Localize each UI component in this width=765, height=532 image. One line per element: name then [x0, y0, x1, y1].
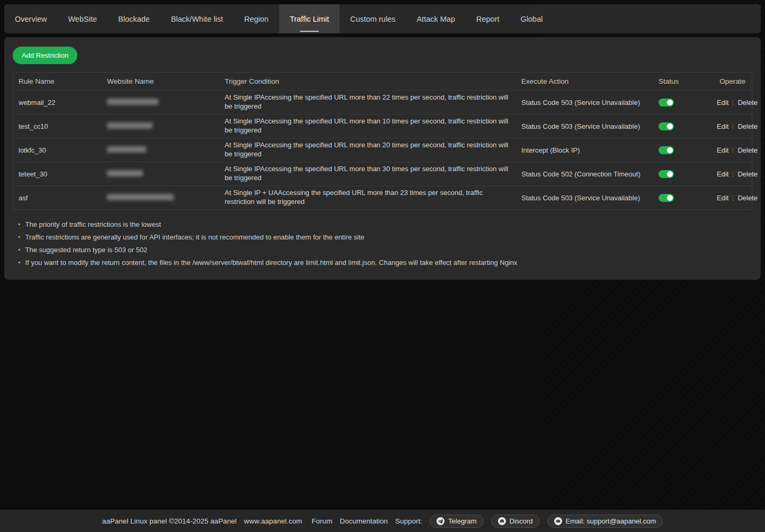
forum-link[interactable]: Forum [312, 517, 332, 525]
trigger-condition: At Single IP + UAAccessing the specified… [219, 187, 516, 209]
toggle-knob [667, 123, 673, 129]
header-status: Status [653, 75, 711, 87]
tab-global[interactable]: Global [510, 4, 554, 33]
edit-link[interactable]: Edit [717, 122, 728, 130]
rule-name: asf [13, 192, 102, 204]
table-row: teteet_30 At Single IPAccessing the spec… [13, 162, 752, 185]
tab-attack-map[interactable]: Attack Map [406, 4, 466, 33]
edit-link[interactable]: Edit [717, 194, 728, 202]
execute-action: Status Code 503 (Service Unavailable) [516, 120, 653, 132]
footer: aaPanel Linux panel ©2014-2025 aaPanel w… [0, 510, 765, 532]
tab-custom-rules[interactable]: Custom rules [340, 4, 406, 33]
discord-icon [498, 517, 506, 525]
discord-label: Discord [510, 517, 533, 525]
blurred-website-name [107, 146, 146, 153]
tab-overview[interactable]: Overview [4, 4, 57, 33]
telegram-label: Telegram [448, 517, 476, 525]
note-item: Traffic restrictions are generally used … [18, 231, 752, 244]
email-button[interactable]: Email: support@aapanel.com [547, 515, 663, 528]
email-label: Email: support@aapanel.com [566, 517, 656, 525]
header-rule-name: Rule Name [13, 75, 102, 87]
discord-button[interactable]: Discord [491, 515, 540, 528]
blurred-website-name [107, 122, 153, 129]
status-toggle[interactable] [659, 122, 674, 130]
table-row: lotkfc_30 At Single IPAccessing the spec… [13, 138, 752, 162]
tab-blockade[interactable]: Blockade [108, 4, 161, 33]
blurred-website-name [107, 170, 143, 176]
operate-divider [733, 100, 733, 106]
top-navigation: Overview WebSite Blockade Black/White li… [4, 4, 761, 33]
status-toggle[interactable] [659, 170, 674, 178]
status-toggle[interactable] [659, 194, 674, 202]
table-row: asf At Single IP + UAAccessing the speci… [13, 185, 752, 209]
telegram-icon [437, 517, 444, 525]
note-item: The priority of traffic restrictions is … [18, 218, 752, 231]
execute-action: Status Code 503 (Service Unavailable) [516, 192, 653, 204]
documentation-link[interactable]: Documentation [340, 517, 388, 525]
status-toggle[interactable] [659, 146, 674, 154]
tab-traffic-limit[interactable]: Traffic Limit [279, 4, 340, 33]
header-execute-action: Execute Action [516, 75, 653, 87]
trigger-condition: At Single IPAccessing the specified URL … [219, 91, 516, 113]
header-website-name: Website Name [102, 75, 219, 87]
email-icon [554, 517, 562, 525]
operate-divider [733, 123, 733, 130]
table-row: webmail_22 At Single IPAccessing the spe… [13, 90, 752, 114]
blurred-website-name [107, 99, 158, 105]
page-container: Overview WebSite Blockade Black/White li… [0, 0, 765, 284]
status-toggle[interactable] [659, 99, 674, 107]
tab-report[interactable]: Report [466, 4, 510, 33]
delete-link[interactable]: Delete [737, 122, 758, 130]
rules-table: Rule Name Website Name Trigger Condition… [13, 72, 752, 210]
edit-link[interactable]: Edit [717, 146, 728, 154]
blurred-website-name [107, 194, 174, 200]
rule-name: test_cc10 [13, 120, 102, 132]
toggle-knob [667, 147, 673, 153]
trigger-condition: At Single IPAccessing the specified URL … [219, 115, 516, 137]
note-item: If you want to modify the return content… [18, 256, 752, 269]
execute-action: Intercept (Block IP) [516, 144, 653, 156]
rule-name: teteet_30 [13, 168, 102, 180]
table-row: test_cc10 At Single IPAccessing the spec… [13, 114, 752, 138]
operate-divider [733, 147, 733, 154]
copyright-text: aaPanel Linux panel ©2014-2025 aaPanel [102, 517, 237, 525]
trigger-condition: At Single IPAccessing the specified URL … [219, 139, 516, 161]
add-restriction-button[interactable]: Add Restriction [13, 47, 77, 64]
delete-link[interactable]: Delete [737, 99, 758, 107]
trigger-condition: At Single IPAccessing the specified URL … [219, 163, 516, 185]
delete-link[interactable]: Delete [737, 170, 758, 178]
support-label: Support: [395, 517, 422, 525]
delete-link[interactable]: Delete [737, 146, 758, 154]
traffic-limit-panel: Add Restriction Rule Name Website Name T… [4, 37, 761, 280]
rule-name: webmail_22 [13, 96, 102, 109]
website-link[interactable]: www.aapanel.com [244, 517, 303, 525]
header-operate: Operate [711, 75, 752, 87]
delete-link[interactable]: Delete [737, 194, 758, 202]
tab-black-white-list[interactable]: Black/White list [161, 4, 234, 33]
tab-website[interactable]: WebSite [57, 4, 108, 33]
edit-link[interactable]: Edit [717, 99, 728, 107]
toggle-knob [667, 195, 673, 201]
execute-action: Status Code 503 (Service Unavailable) [516, 96, 653, 109]
toggle-knob [667, 100, 673, 105]
header-trigger-condition: Trigger Condition [219, 75, 516, 88]
edit-link[interactable]: Edit [717, 170, 728, 178]
operate-divider [733, 171, 733, 178]
operate-divider [733, 195, 733, 201]
execute-action: Status Code 502 (Connection Timeout) [516, 168, 653, 180]
tab-region[interactable]: Region [234, 4, 279, 33]
notes-list: The priority of traffic restrictions is … [13, 218, 752, 269]
telegram-button[interactable]: Telegram [430, 515, 483, 528]
note-item: The suggested return type is 503 or 502 [18, 244, 752, 256]
table-header-row: Rule Name Website Name Trigger Condition… [13, 73, 752, 90]
toggle-knob [667, 171, 673, 177]
rule-name: lotkfc_30 [13, 144, 102, 156]
